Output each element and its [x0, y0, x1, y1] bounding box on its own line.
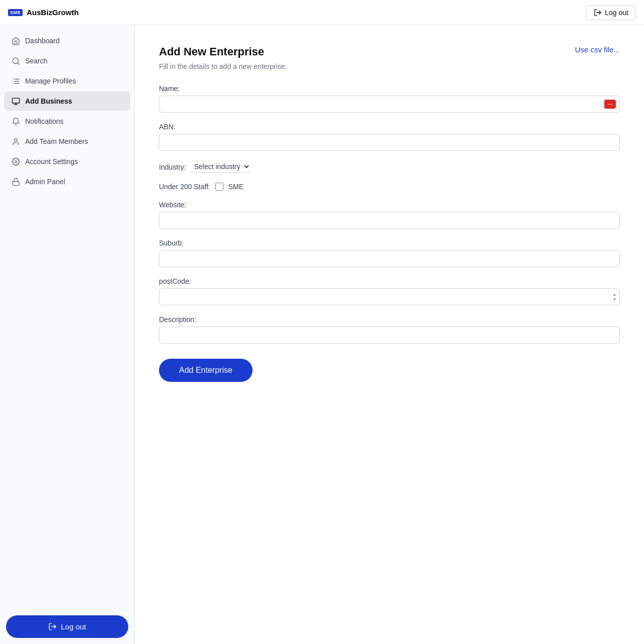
svg-rect-14 [13, 181, 19, 185]
brand-name: AusBizGrowth [27, 8, 78, 17]
sidebar-logout-label: Log out [61, 622, 86, 631]
under200-checkbox[interactable] [215, 183, 223, 191]
sidebar-item-admin-panel-label: Admin Panel [25, 178, 65, 186]
sidebar-item-search-label: Search [25, 57, 47, 65]
industry-select[interactable]: Select industry Technology Finance Retai… [190, 161, 251, 173]
search-icon [11, 56, 20, 65]
svg-point-12 [14, 138, 17, 141]
sidebar-logout-button[interactable]: Log out [6, 615, 128, 638]
sidebar-item-account-settings[interactable]: Account Settings [4, 152, 130, 171]
topnav-logout-label: Log out [605, 9, 628, 17]
layout: Dashboard Search Mana [0, 25, 644, 644]
sidebar-item-manage-profiles-label: Manage Profiles [25, 77, 76, 85]
description-label: Description: [159, 315, 620, 324]
sidebar-logout-icon [48, 622, 57, 631]
svg-point-13 [15, 160, 17, 163]
lock-icon [11, 177, 20, 186]
sidebar-item-account-settings-label: Account Settings [25, 157, 78, 166]
building-icon [11, 97, 20, 106]
name-input[interactable] [159, 96, 620, 113]
name-label: Name: [159, 85, 620, 93]
abn-field-group: ABN: [159, 123, 620, 151]
svg-rect-9 [12, 98, 19, 103]
main-content: Add New Enterprise Use csv file... Fill … [135, 25, 644, 644]
sidebar-item-dashboard-label: Dashboard [25, 37, 60, 45]
page-subtitle: Fill in the details to add a new enterpr… [159, 62, 620, 70]
sidebar-item-add-business-label: Add Business [25, 97, 72, 105]
website-label: Website: [159, 201, 620, 209]
sidebar-item-admin-panel[interactable]: Admin Panel [4, 172, 130, 191]
abn-input[interactable] [159, 134, 620, 151]
topnav: SME AusBizGrowth Log out [0, 0, 644, 25]
postcode-input-wrapper: ▲ ▼ [159, 288, 620, 305]
postcode-label: postCode: [159, 277, 620, 285]
sidebar-item-add-team-members[interactable]: Add Team Members [4, 132, 130, 151]
description-input[interactable] [159, 327, 620, 344]
sme-badge: SME [8, 9, 23, 16]
page-header: Add New Enterprise Use csv file... [159, 45, 620, 58]
name-input-badge: ··· [604, 100, 616, 109]
page-title: Add New Enterprise [159, 45, 264, 58]
suburb-input[interactable] [159, 250, 620, 267]
bell-icon [11, 117, 20, 126]
abn-label: ABN: [159, 123, 620, 131]
sidebar-item-add-business[interactable]: Add Business [4, 92, 130, 111]
suburb-label: Suburb: [159, 239, 620, 247]
sidebar-item-dashboard[interactable]: Dashboard [4, 31, 130, 50]
sidebar-item-manage-profiles[interactable]: Manage Profiles [4, 71, 130, 91]
description-field-group: Description: [159, 315, 620, 344]
sidebar-nav: Dashboard Search Mana [0, 31, 134, 191]
sidebar-item-search[interactable]: Search [4, 51, 130, 70]
postcode-field-group: postCode: ▲ ▼ [159, 277, 620, 305]
brand: SME AusBizGrowth [8, 8, 78, 17]
website-field-group: Website: [159, 201, 620, 229]
postcode-spinner: ▲ ▼ [612, 292, 617, 302]
use-csv-link[interactable]: Use csv file... [575, 45, 620, 54]
add-enterprise-label: Add Enterprise [179, 366, 232, 374]
website-input[interactable] [159, 212, 620, 229]
postcode-input[interactable] [159, 288, 620, 305]
sidebar-item-add-team-members-label: Add Team Members [25, 137, 88, 145]
gear-icon [11, 157, 20, 166]
svg-line-2 [17, 62, 19, 64]
list-icon [11, 76, 20, 86]
suburb-field-group: Suburb: [159, 239, 620, 267]
under200-row: Under 200 Staff: SME [159, 183, 620, 191]
under200-label: Under 200 Staff: [159, 183, 210, 191]
sme-checkbox-label: SME [228, 183, 244, 191]
sidebar: Dashboard Search Mana [0, 25, 135, 644]
add-enterprise-button[interactable]: Add Enterprise [159, 359, 253, 382]
sidebar-item-notifications[interactable]: Notifications [4, 112, 130, 131]
name-field-group: Name: ··· [159, 85, 620, 113]
sidebar-footer: Log out [0, 609, 134, 644]
industry-label: Industry: [159, 163, 186, 171]
home-icon [11, 36, 20, 45]
logout-icon [594, 9, 602, 17]
sidebar-item-notifications-label: Notifications [25, 117, 63, 125]
user-icon [11, 137, 20, 146]
topnav-logout-button[interactable]: Log out [586, 5, 636, 20]
name-input-wrapper: ··· [159, 96, 620, 113]
industry-row: Industry: Select industry Technology Fin… [159, 161, 620, 173]
